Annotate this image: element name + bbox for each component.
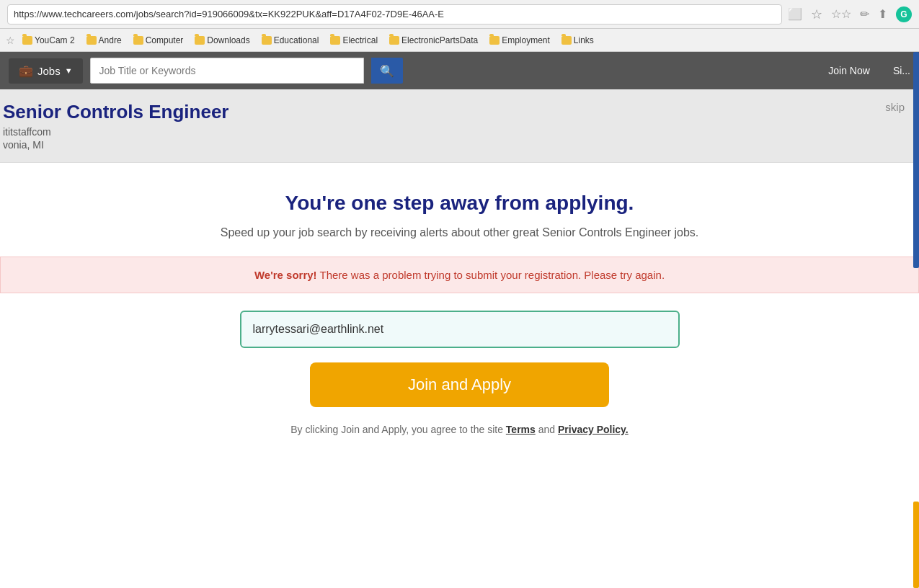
bookmark-folder-icon [22, 36, 32, 45]
job-header: Senior Controls Engineer ititstaffcom vo… [0, 89, 919, 163]
bookmarks-bar: ☆ YouCam 2 Andre Computer Downloads Educ… [0, 29, 919, 52]
bookmark-star-icon[interactable]: ☆ [811, 6, 822, 22]
bookmark-links-label: Links [574, 35, 594, 45]
bookmark-computer-label: Computer [146, 35, 184, 45]
bookmark-electrical-label: Electrical [342, 35, 378, 45]
join-and-apply-button[interactable]: Join and Apply [310, 362, 609, 407]
terms-prefix: By clicking Join and Apply, you agree to… [290, 424, 506, 435]
share-icon[interactable]: ⬆ [878, 7, 887, 21]
sign-in-link[interactable]: Si... [893, 65, 910, 76]
bookmark-electronicparts[interactable]: ElectronicPartsData [385, 34, 482, 47]
search-button[interactable]: 🔍 [371, 58, 403, 84]
grammarly-icon[interactable]: G [896, 6, 912, 22]
bookmark-andre[interactable]: Andre [82, 34, 126, 47]
step-subtext: Speed up your job search by receiving al… [14, 226, 905, 239]
right-sidebar-bar-bottom [913, 502, 919, 588]
bookmark-educational-label: Educational [274, 35, 319, 45]
bookmark-youcam[interactable]: YouCam 2 [18, 34, 79, 47]
bookmark-folder-icon [195, 36, 205, 45]
bookmark-youcam-label: YouCam 2 [35, 35, 75, 45]
bookmark-downloads[interactable]: Downloads [190, 34, 254, 47]
job-title: Senior Controls Engineer [3, 101, 905, 123]
job-location: vonia, MI [3, 139, 905, 151]
jobs-dropdown-button[interactable]: 💼 Jobs ▼ [9, 58, 83, 84]
bookmark-folder-icon [133, 36, 143, 45]
url-input[interactable]: https://www.techcareers.com/jobs/search?… [7, 4, 782, 24]
browser-controls: ⬜ ☆ ☆☆ ✏ ⬆ G [788, 6, 912, 22]
briefcase-icon: 💼 [19, 64, 33, 78]
reading-mode-icon[interactable]: ⬜ [788, 7, 802, 21]
terms-text: By clicking Join and Apply, you agree to… [14, 422, 905, 437]
bookmark-employment[interactable]: Employment [485, 34, 554, 47]
jobs-button-label: Jobs [37, 65, 61, 77]
email-input[interactable] [240, 311, 680, 348]
terms-and: and [536, 424, 558, 435]
bookmark-folder-icon [561, 36, 572, 45]
bookmark-educational[interactable]: Educational [257, 34, 324, 47]
bookmarks-star-icon[interactable]: ☆ [6, 35, 15, 46]
join-now-link[interactable]: Join Now [828, 65, 870, 76]
bookmark-folder-icon [86, 36, 97, 45]
bookmark-andre-label: Andre [99, 35, 122, 45]
bookmark-folder-icon [389, 36, 399, 45]
url-text: https://www.techcareers.com/jobs/search?… [14, 9, 444, 19]
bookmark-electronicparts-label: ElectronicPartsData [401, 35, 478, 45]
bookmark-links[interactable]: Links [557, 34, 598, 47]
bookmarks-list-icon[interactable]: ☆☆ [831, 7, 851, 21]
bookmark-downloads-label: Downloads [207, 35, 249, 45]
search-icon: 🔍 [380, 65, 394, 77]
bookmark-computer[interactable]: Computer [129, 34, 188, 47]
error-banner: We're sorry! There was a problem trying … [0, 257, 919, 293]
bookmark-employment-label: Employment [502, 35, 550, 45]
email-field-wrapper [14, 311, 905, 348]
bookmark-electrical[interactable]: Electrical [326, 34, 382, 47]
edit-icon[interactable]: ✏ [860, 7, 869, 21]
job-search-input[interactable] [90, 58, 364, 84]
privacy-policy-link[interactable]: Privacy Policy. [558, 424, 629, 435]
browser-address-bar: https://www.techcareers.com/jobs/search?… [0, 0, 919, 29]
error-sorry-text: We're sorry! [254, 269, 317, 281]
bookmark-folder-icon [330, 36, 340, 45]
terms-link[interactable]: Terms [506, 424, 536, 435]
site-header: 💼 Jobs ▼ 🔍 Join Now Si... [0, 52, 919, 89]
registration-modal: You're one step away from applying. Spee… [0, 163, 919, 452]
jobs-dropdown-arrow-icon: ▼ [65, 66, 73, 75]
company-name: ititstaffcom [3, 126, 905, 138]
error-message-text: There was a problem trying to submit you… [317, 269, 665, 281]
skip-link[interactable]: skip [885, 101, 905, 113]
bookmark-folder-icon [489, 36, 500, 45]
bookmark-folder-icon [262, 36, 272, 45]
right-sidebar-bar [913, 52, 919, 268]
step-heading: You're one step away from applying. [14, 192, 905, 215]
